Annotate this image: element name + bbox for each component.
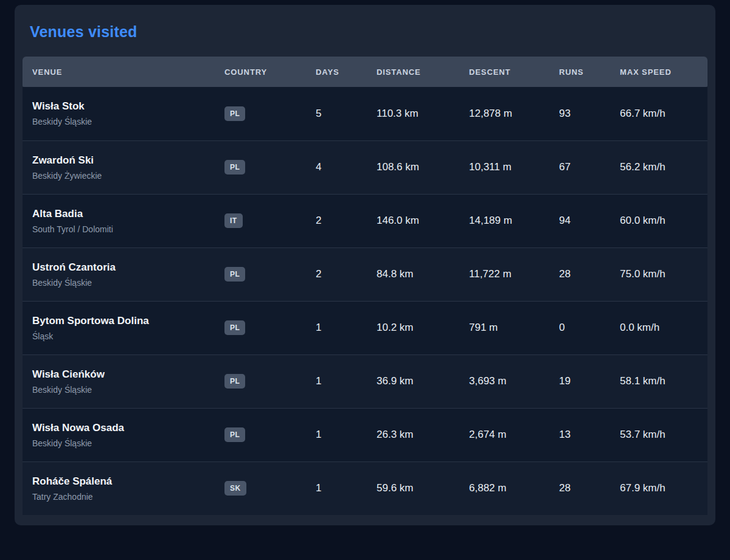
runs-value: 94 (549, 194, 610, 247)
descent-value: 11,722 m (459, 247, 549, 301)
column-header-venue: VENUE (23, 57, 215, 87)
max-speed-value: 53.7 km/h (610, 408, 707, 461)
venues-card: Venues visited VENUE COUNTRY DAYS DISTAN… (15, 5, 715, 525)
days-value: 1 (306, 354, 367, 408)
column-header-descent: DESCENT (459, 57, 549, 87)
table-row[interactable]: Bytom Sportowa Dolina Śląsk PL 1 10.2 km… (23, 301, 707, 354)
distance-value: 84.8 km (367, 247, 459, 301)
venue-region: Beskidy Śląskie (32, 117, 210, 126)
descent-value: 6,882 m (459, 461, 549, 515)
distance-value: 108.6 km (367, 140, 459, 194)
table-header: VENUE COUNTRY DAYS DISTANCE DESCENT RUNS… (23, 57, 707, 87)
table-row[interactable]: Roháče Spálená Tatry Zachodnie SK 1 59.6… (23, 461, 707, 515)
venues-table: VENUE COUNTRY DAYS DISTANCE DESCENT RUNS… (23, 57, 707, 515)
venue-cell: Wisła Cieńków Beskidy Śląskie (23, 354, 215, 408)
country-badge: PL (224, 160, 245, 175)
venue-cell: Zwardoń Ski Beskidy Żywieckie (23, 140, 215, 194)
max-speed-value: 66.7 km/h (610, 87, 707, 140)
max-speed-value: 58.1 km/h (610, 354, 707, 408)
days-value: 1 (306, 301, 367, 354)
days-value: 4 (306, 140, 367, 194)
descent-value: 14,189 m (459, 194, 549, 247)
country-badge: IT (224, 213, 243, 228)
max-speed-value: 75.0 km/h (610, 247, 707, 301)
venue-cell: Wisła Nowa Osada Beskidy Śląskie (23, 408, 215, 461)
venue-name: Ustroń Czantoria (32, 261, 210, 274)
venue-name: Alta Badia (32, 208, 210, 220)
table-row[interactable]: Alta Badia South Tyrol / Dolomiti IT 2 1… (23, 194, 707, 247)
table-row[interactable]: Wisła Nowa Osada Beskidy Śląskie PL 1 26… (23, 408, 707, 461)
distance-value: 146.0 km (367, 194, 459, 247)
max-speed-value: 60.0 km/h (610, 194, 707, 247)
descent-value: 10,311 m (459, 140, 549, 194)
column-header-days: DAYS (306, 57, 367, 87)
table-row[interactable]: Wisła Cieńków Beskidy Śląskie PL 1 36.9 … (23, 354, 707, 408)
venue-region: Beskidy Śląskie (32, 438, 210, 448)
venue-name: Bytom Sportowa Dolina (32, 315, 210, 327)
max-speed-value: 67.9 km/h (610, 461, 707, 515)
venue-cell: Bytom Sportowa Dolina Śląsk (23, 301, 215, 354)
distance-value: 26.3 km (367, 408, 459, 461)
runs-value: 19 (549, 354, 610, 408)
descent-value: 12,878 m (459, 87, 549, 140)
days-value: 5 (306, 87, 367, 140)
column-header-runs: RUNS (549, 57, 610, 87)
page-title: Venues visited (30, 23, 707, 41)
venue-region: Beskidy Śląskie (32, 278, 210, 288)
table-row[interactable]: Ustroń Czantoria Beskidy Śląskie PL 2 84… (23, 247, 707, 301)
venue-region: South Tyrol / Dolomiti (32, 224, 210, 234)
venue-cell: Ustroń Czantoria Beskidy Śląskie (23, 247, 215, 301)
descent-value: 2,674 m (459, 408, 549, 461)
country-badge: SK (224, 481, 246, 496)
runs-value: 67 (549, 140, 610, 194)
runs-value: 13 (549, 408, 610, 461)
days-value: 2 (306, 194, 367, 247)
distance-value: 110.3 km (367, 87, 459, 140)
country-badge: PL (224, 427, 245, 442)
venue-name: Wisła Stok (32, 100, 210, 112)
distance-value: 10.2 km (367, 301, 459, 354)
distance-value: 59.6 km (367, 461, 459, 515)
runs-value: 28 (549, 247, 610, 301)
distance-value: 36.9 km (367, 354, 459, 408)
column-header-distance: DISTANCE (367, 57, 459, 87)
venue-region: Tatry Zachodnie (32, 492, 210, 502)
table-row[interactable]: Zwardoń Ski Beskidy Żywieckie PL 4 108.6… (23, 140, 707, 194)
max-speed-value: 0.0 km/h (610, 301, 707, 354)
country-badge: PL (224, 374, 245, 389)
runs-value: 28 (549, 461, 610, 515)
country-badge: PL (224, 267, 245, 282)
venue-region: Śląsk (32, 331, 210, 341)
runs-value: 93 (549, 87, 610, 140)
country-badge: PL (224, 106, 245, 121)
descent-value: 3,693 m (459, 354, 549, 408)
days-value: 1 (306, 461, 367, 515)
venue-cell: Roháče Spálená Tatry Zachodnie (23, 461, 215, 515)
column-header-country: COUNTRY (215, 57, 306, 87)
venue-region: Beskidy Śląskie (32, 385, 210, 395)
days-value: 1 (306, 408, 367, 461)
venue-name: Zwardoń Ski (32, 154, 210, 167)
venue-name: Wisła Cieńków (32, 368, 210, 381)
venue-cell: Alta Badia South Tyrol / Dolomiti (23, 194, 215, 247)
days-value: 2 (306, 247, 367, 301)
venue-name: Roháče Spálená (32, 475, 210, 488)
country-badge: PL (224, 320, 245, 335)
table-row[interactable]: Wisła Stok Beskidy Śląskie PL 5 110.3 km… (23, 87, 707, 140)
max-speed-value: 56.2 km/h (610, 140, 707, 194)
column-header-max-speed: MAX SPEED (610, 57, 707, 87)
venue-name: Wisła Nowa Osada (32, 422, 210, 434)
venue-region: Beskidy Żywieckie (32, 171, 210, 181)
descent-value: 791 m (459, 301, 549, 354)
venue-cell: Wisła Stok Beskidy Śląskie (23, 87, 215, 140)
runs-value: 0 (549, 301, 610, 354)
